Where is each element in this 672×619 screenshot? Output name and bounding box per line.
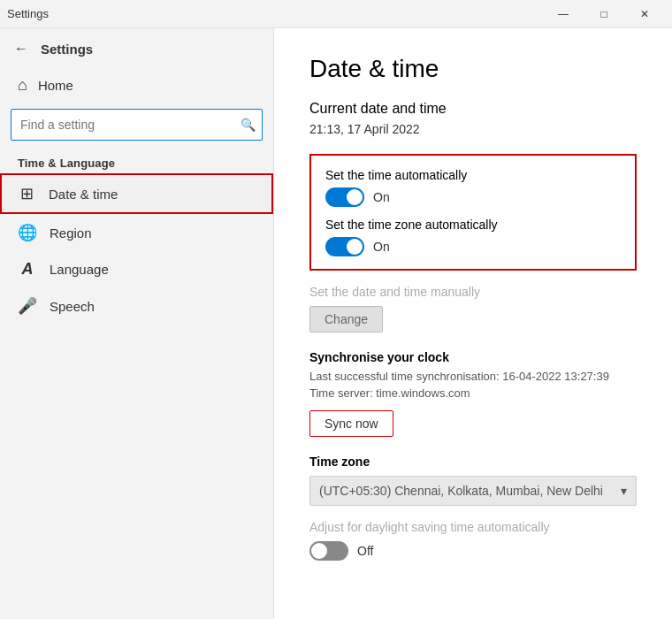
dst-toggle-knob: [311, 543, 327, 559]
sync-section: Synchronise your clock Last successful t…: [309, 350, 637, 437]
auto-timezone-toggle[interactable]: [325, 237, 364, 256]
auto-time-setting: Set the time automatically On: [325, 168, 621, 207]
dst-state: Off: [357, 544, 373, 558]
auto-time-label: Set the time automatically: [325, 168, 621, 182]
sidebar-item-region[interactable]: 🌐 Region: [0, 214, 273, 251]
region-icon: 🌐: [18, 223, 37, 242]
language-icon: A: [18, 260, 37, 279]
titlebar-controls: — □ ✕: [543, 0, 665, 28]
dst-section: Adjust for daylight saving time automati…: [309, 520, 637, 561]
sidebar-item-language[interactable]: A Language: [0, 251, 273, 287]
content-area: Date & time Current date and time 21:13,…: [274, 28, 672, 619]
sync-title: Synchronise your clock: [309, 350, 637, 364]
search-input[interactable]: [11, 109, 263, 141]
titlebar: Settings — □ ✕: [0, 0, 672, 28]
speech-icon: 🎤: [18, 296, 37, 316]
auto-timezone-toggle-row: On: [325, 237, 621, 256]
current-section-heading: Current date and time: [309, 101, 637, 117]
sidebar-item-region-label: Region: [50, 225, 92, 241]
dst-toggle-row: Off: [309, 541, 637, 561]
search-icon: 🔍: [241, 118, 256, 132]
timezone-value: (UTC+05:30) Chennai, Kolkata, Mumbai, Ne…: [319, 484, 603, 498]
sync-server-info: Time server: time.windows.com: [309, 386, 637, 400]
sidebar-item-date-time[interactable]: ⊞ Date & time: [0, 173, 273, 214]
change-button[interactable]: Change: [309, 306, 383, 332]
sidebar-top: ← Settings: [0, 28, 273, 67]
sidebar-section-title: Time & Language: [0, 149, 273, 173]
timezone-label: Time zone: [309, 455, 637, 469]
close-button[interactable]: ✕: [624, 0, 665, 28]
auto-time-toggle-knob: [347, 189, 363, 205]
manual-section: Set the date and time manually Change: [309, 285, 637, 332]
auto-time-toggle[interactable]: [325, 187, 364, 207]
auto-settings-box: Set the time automatically On Set the ti…: [309, 154, 637, 271]
auto-timezone-setting: Set the time zone automatically On: [325, 218, 621, 256]
date-time-icon: ⊞: [17, 184, 36, 203]
auto-time-toggle-row: On: [325, 187, 621, 207]
manual-label: Set the date and time manually: [309, 285, 637, 299]
search-box-container: 🔍: [11, 109, 263, 141]
auto-time-state: On: [373, 190, 390, 204]
dst-toggle[interactable]: [309, 541, 348, 561]
back-button[interactable]: ←: [11, 37, 32, 60]
timezone-dropdown[interactable]: (UTC+05:30) Chennai, Kolkata, Mumbai, Ne…: [309, 476, 637, 506]
sidebar-item-home[interactable]: ⌂ Home: [0, 67, 273, 103]
sidebar: ← Settings ⌂ Home 🔍 Time & Language ⊞ Da…: [0, 28, 274, 619]
sync-last-info: Last successful time synchronisation: 16…: [309, 370, 637, 383]
sidebar-app-title: Settings: [41, 42, 93, 57]
dst-label: Adjust for daylight saving time automati…: [309, 520, 637, 534]
home-icon: ⌂: [18, 76, 27, 95]
sync-now-button[interactable]: Sync now: [309, 410, 393, 437]
auto-timezone-toggle-knob: [347, 239, 363, 255]
titlebar-title: Settings: [7, 7, 49, 20]
sidebar-home-label: Home: [38, 78, 73, 93]
sidebar-item-speech-label: Speech: [50, 299, 95, 314]
minimize-button[interactable]: —: [543, 0, 584, 28]
maximize-button[interactable]: □: [584, 0, 624, 28]
current-datetime: 21:13, 17 April 2022: [309, 122, 637, 136]
auto-timezone-state: On: [373, 240, 390, 254]
sidebar-item-date-time-label: Date & time: [49, 187, 118, 202]
titlebar-left: Settings: [7, 7, 49, 20]
timezone-chevron-icon: ▾: [621, 484, 627, 498]
app-container: ← Settings ⌂ Home 🔍 Time & Language ⊞ Da…: [0, 28, 672, 619]
auto-timezone-label: Set the time zone automatically: [325, 218, 621, 232]
timezone-section: Time zone (UTC+05:30) Chennai, Kolkata, …: [309, 455, 637, 506]
sidebar-item-speech[interactable]: 🎤 Speech: [0, 287, 273, 325]
page-title: Date & time: [309, 55, 637, 83]
sidebar-item-language-label: Language: [50, 262, 109, 277]
